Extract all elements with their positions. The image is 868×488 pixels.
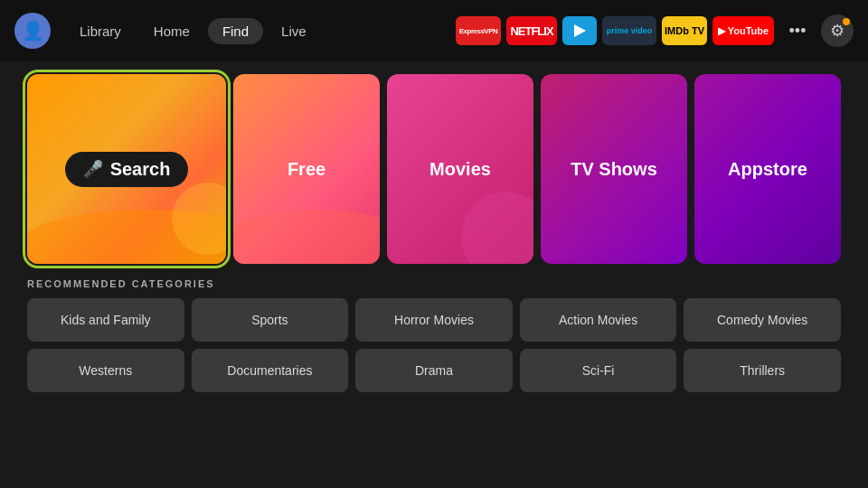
search-label: Search	[110, 159, 171, 180]
avatar-icon: 👤	[22, 20, 44, 42]
category-sci-fi[interactable]: Sci-Fi	[520, 349, 677, 392]
category-drama[interactable]: Drama	[355, 349, 513, 392]
category-grid: Kids and Family Sports Horror Movies Act…	[27, 298, 841, 392]
nav-find[interactable]: Find	[208, 18, 263, 44]
category-comedy-movies[interactable]: Comedy Movies	[684, 298, 841, 342]
imdb-icon[interactable]: IMDb TV	[662, 16, 707, 45]
category-action-movies[interactable]: Action Movies	[520, 298, 677, 342]
nav-library[interactable]: Library	[65, 18, 136, 44]
appstore-label: Appstore	[728, 159, 807, 180]
featured-tiles-row: 🎤 Search Free Movies TV Shows Appstore	[27, 74, 841, 264]
category-horror-movies[interactable]: Horror Movies	[355, 298, 513, 342]
settings-notification-dot	[843, 18, 850, 25]
search-tile[interactable]: 🎤 Search	[27, 74, 226, 264]
recommended-categories-title: RECOMMENDED CATEGORIES	[27, 278, 841, 289]
tvshows-tile[interactable]: TV Shows	[541, 74, 687, 264]
youtube-icon[interactable]: ▶ YouTube	[712, 16, 774, 45]
recommended-categories-section: RECOMMENDED CATEGORIES Kids and Family S…	[27, 278, 841, 392]
category-row-2: Westerns Documentaries Drama Sci-Fi Thri…	[27, 349, 841, 392]
top-navigation: 👤 Library Home Find Live ExpressVPN NETF…	[0, 0, 868, 61]
search-button[interactable]: 🎤 Search	[65, 152, 189, 187]
expressvpn-icon[interactable]: ExpressVPN	[456, 16, 501, 45]
app-icons-bar: ExpressVPN NETFLIX prime video IMDb TV ▶…	[456, 16, 774, 45]
appstore-tile[interactable]: Appstore	[694, 74, 841, 264]
microphone-icon: 🎤	[83, 159, 103, 179]
movies-label: Movies	[429, 159, 491, 180]
movies-tile[interactable]: Movies	[387, 74, 533, 264]
more-button[interactable]: •••	[781, 14, 814, 47]
netflix-icon[interactable]: NETFLIX	[506, 16, 557, 45]
category-row-1: Kids and Family Sports Horror Movies Act…	[27, 298, 841, 342]
category-kids-and-family[interactable]: Kids and Family	[27, 298, 184, 342]
category-documentaries[interactable]: Documentaries	[192, 349, 349, 392]
nav-live[interactable]: Live	[267, 18, 321, 44]
freevee-icon[interactable]	[562, 16, 597, 45]
nav-home[interactable]: Home	[139, 18, 204, 44]
free-label: Free	[288, 159, 326, 180]
main-content: 🎤 Search Free Movies TV Shows Appstore R…	[0, 61, 868, 405]
category-westerns[interactable]: Westerns	[27, 349, 184, 392]
svg-marker-0	[574, 24, 586, 37]
avatar[interactable]: 👤	[14, 13, 51, 49]
category-thrillers[interactable]: Thrillers	[684, 349, 841, 392]
free-tile[interactable]: Free	[233, 74, 380, 264]
prime-video-icon[interactable]: prime video	[602, 16, 656, 45]
nav-links: Library Home Find Live	[65, 18, 321, 44]
settings-button[interactable]: ⚙	[821, 14, 854, 47]
category-sports[interactable]: Sports	[192, 298, 349, 342]
gear-icon: ⚙	[830, 21, 844, 41]
tvshows-label: TV Shows	[571, 159, 657, 180]
